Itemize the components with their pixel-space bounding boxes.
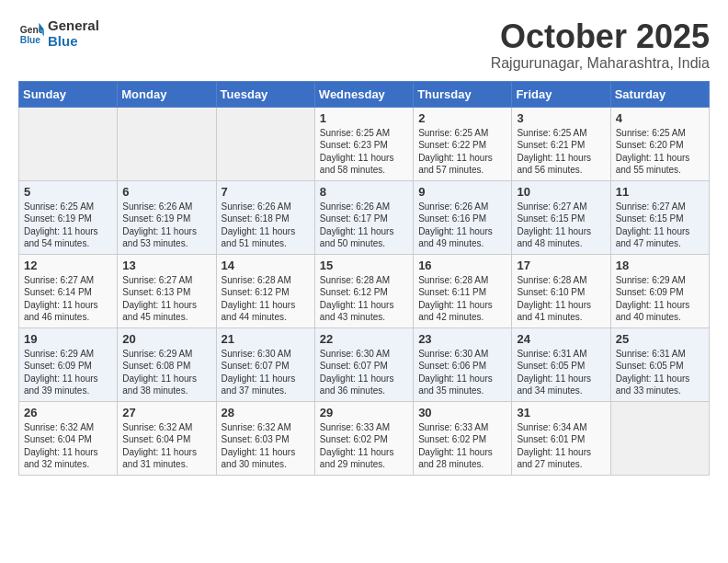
calendar-week-2: 5Sunrise: 6:25 AM Sunset: 6:19 PM Daylig… bbox=[19, 180, 710, 254]
calendar-cell: 19Sunrise: 6:29 AM Sunset: 6:09 PM Dayli… bbox=[19, 327, 118, 401]
cell-content: Sunrise: 6:32 AM Sunset: 6:04 PM Dayligh… bbox=[122, 421, 210, 471]
calendar-cell: 13Sunrise: 6:27 AM Sunset: 6:13 PM Dayli… bbox=[118, 254, 216, 327]
logo: General Blue General Blue bbox=[18, 18, 99, 49]
day-number: 1 bbox=[320, 111, 408, 125]
day-number: 26 bbox=[24, 406, 112, 419]
calendar-week-1: 1Sunrise: 6:25 AM Sunset: 6:23 PM Daylig… bbox=[19, 107, 710, 180]
day-number: 19 bbox=[24, 332, 112, 346]
day-number: 12 bbox=[24, 259, 112, 272]
calendar-cell: 25Sunrise: 6:31 AM Sunset: 6:05 PM Dayli… bbox=[610, 327, 709, 401]
cell-content: Sunrise: 6:26 AM Sunset: 6:16 PM Dayligh… bbox=[418, 201, 506, 250]
day-number: 3 bbox=[517, 111, 605, 125]
cell-content: Sunrise: 6:25 AM Sunset: 6:22 PM Dayligh… bbox=[418, 127, 506, 177]
calendar-cell: 5Sunrise: 6:25 AM Sunset: 6:19 PM Daylig… bbox=[19, 180, 118, 254]
day-number: 27 bbox=[122, 406, 210, 419]
calendar-cell: 14Sunrise: 6:28 AM Sunset: 6:12 PM Dayli… bbox=[216, 254, 314, 327]
calendar-cell: 3Sunrise: 6:25 AM Sunset: 6:21 PM Daylig… bbox=[512, 107, 610, 180]
day-number: 4 bbox=[616, 111, 704, 125]
day-number: 31 bbox=[517, 406, 605, 419]
title-section: October 2025 Rajgurunagar, Maharashtra, … bbox=[491, 18, 710, 72]
day-number: 10 bbox=[517, 185, 605, 199]
cell-content: Sunrise: 6:25 AM Sunset: 6:20 PM Dayligh… bbox=[616, 127, 704, 177]
month-title: October 2025 bbox=[491, 18, 710, 55]
day-number: 11 bbox=[616, 185, 704, 199]
weekday-header-thursday: Thursday bbox=[414, 81, 512, 107]
calendar-cell bbox=[610, 401, 709, 475]
cell-content: Sunrise: 6:28 AM Sunset: 6:10 PM Dayligh… bbox=[517, 274, 605, 324]
calendar-cell: 4Sunrise: 6:25 AM Sunset: 6:20 PM Daylig… bbox=[610, 107, 709, 180]
day-number: 13 bbox=[122, 259, 210, 272]
calendar-cell: 30Sunrise: 6:33 AM Sunset: 6:02 PM Dayli… bbox=[414, 401, 512, 475]
calendar-cell: 8Sunrise: 6:26 AM Sunset: 6:17 PM Daylig… bbox=[314, 180, 413, 254]
cell-content: Sunrise: 6:31 AM Sunset: 6:05 PM Dayligh… bbox=[616, 348, 704, 397]
calendar-cell: 21Sunrise: 6:30 AM Sunset: 6:07 PM Dayli… bbox=[216, 327, 314, 401]
weekday-header-wednesday: Wednesday bbox=[314, 81, 413, 107]
day-number: 29 bbox=[320, 406, 408, 419]
calendar-cell: 6Sunrise: 6:26 AM Sunset: 6:19 PM Daylig… bbox=[118, 180, 216, 254]
location: Rajgurunagar, Maharashtra, India bbox=[491, 55, 710, 72]
logo-blue-text: Blue bbox=[48, 34, 99, 50]
calendar-cell: 27Sunrise: 6:32 AM Sunset: 6:04 PM Dayli… bbox=[118, 401, 216, 475]
calendar-cell: 29Sunrise: 6:33 AM Sunset: 6:02 PM Dayli… bbox=[314, 401, 413, 475]
cell-content: Sunrise: 6:33 AM Sunset: 6:02 PM Dayligh… bbox=[320, 421, 408, 471]
weekday-header-friday: Friday bbox=[512, 81, 610, 107]
calendar-cell bbox=[19, 107, 118, 180]
calendar-cell: 26Sunrise: 6:32 AM Sunset: 6:04 PM Dayli… bbox=[19, 401, 118, 475]
calendar-cell bbox=[216, 107, 314, 180]
cell-content: Sunrise: 6:31 AM Sunset: 6:05 PM Dayligh… bbox=[517, 348, 605, 397]
day-number: 5 bbox=[24, 185, 112, 199]
cell-content: Sunrise: 6:30 AM Sunset: 6:06 PM Dayligh… bbox=[418, 348, 506, 397]
cell-content: Sunrise: 6:25 AM Sunset: 6:23 PM Dayligh… bbox=[320, 127, 408, 177]
calendar-cell: 24Sunrise: 6:31 AM Sunset: 6:05 PM Dayli… bbox=[512, 327, 610, 401]
cell-content: Sunrise: 6:33 AM Sunset: 6:02 PM Dayligh… bbox=[418, 421, 506, 471]
logo-general-text: General bbox=[48, 18, 99, 34]
day-number: 20 bbox=[122, 332, 210, 346]
day-number: 30 bbox=[418, 406, 506, 419]
cell-content: Sunrise: 6:27 AM Sunset: 6:15 PM Dayligh… bbox=[517, 201, 605, 250]
day-number: 6 bbox=[122, 185, 210, 199]
cell-content: Sunrise: 6:27 AM Sunset: 6:15 PM Dayligh… bbox=[616, 201, 704, 250]
day-number: 2 bbox=[418, 111, 506, 125]
calendar-cell: 9Sunrise: 6:26 AM Sunset: 6:16 PM Daylig… bbox=[414, 180, 512, 254]
cell-content: Sunrise: 6:25 AM Sunset: 6:21 PM Dayligh… bbox=[517, 127, 605, 177]
calendar-cell: 11Sunrise: 6:27 AM Sunset: 6:15 PM Dayli… bbox=[610, 180, 709, 254]
day-number: 24 bbox=[517, 332, 605, 346]
calendar-cell: 7Sunrise: 6:26 AM Sunset: 6:18 PM Daylig… bbox=[216, 180, 314, 254]
calendar-table: SundayMondayTuesdayWednesdayThursdayFrid… bbox=[18, 81, 710, 476]
day-number: 17 bbox=[517, 259, 605, 272]
day-number: 18 bbox=[616, 259, 704, 272]
cell-content: Sunrise: 6:29 AM Sunset: 6:09 PM Dayligh… bbox=[24, 348, 112, 397]
calendar-cell bbox=[118, 107, 216, 180]
day-number: 22 bbox=[320, 332, 408, 346]
cell-content: Sunrise: 6:29 AM Sunset: 6:09 PM Dayligh… bbox=[616, 274, 704, 324]
cell-content: Sunrise: 6:30 AM Sunset: 6:07 PM Dayligh… bbox=[320, 348, 408, 397]
cell-content: Sunrise: 6:28 AM Sunset: 6:11 PM Dayligh… bbox=[418, 274, 506, 324]
calendar-cell: 23Sunrise: 6:30 AM Sunset: 6:06 PM Dayli… bbox=[414, 327, 512, 401]
calendar-cell: 22Sunrise: 6:30 AM Sunset: 6:07 PM Dayli… bbox=[314, 327, 413, 401]
weekday-header-saturday: Saturday bbox=[610, 81, 709, 107]
cell-content: Sunrise: 6:26 AM Sunset: 6:17 PM Dayligh… bbox=[320, 201, 408, 250]
calendar-cell: 17Sunrise: 6:28 AM Sunset: 6:10 PM Dayli… bbox=[512, 254, 610, 327]
day-number: 16 bbox=[418, 259, 506, 272]
day-number: 14 bbox=[222, 259, 310, 272]
calendar-cell: 2Sunrise: 6:25 AM Sunset: 6:22 PM Daylig… bbox=[414, 107, 512, 180]
cell-content: Sunrise: 6:32 AM Sunset: 6:03 PM Dayligh… bbox=[222, 421, 310, 471]
calendar-cell: 1Sunrise: 6:25 AM Sunset: 6:23 PM Daylig… bbox=[314, 107, 413, 180]
calendar-week-3: 12Sunrise: 6:27 AM Sunset: 6:14 PM Dayli… bbox=[19, 254, 710, 327]
day-number: 21 bbox=[222, 332, 310, 346]
cell-content: Sunrise: 6:27 AM Sunset: 6:13 PM Dayligh… bbox=[122, 274, 210, 324]
calendar-cell: 16Sunrise: 6:28 AM Sunset: 6:11 PM Dayli… bbox=[414, 254, 512, 327]
calendar-cell: 18Sunrise: 6:29 AM Sunset: 6:09 PM Dayli… bbox=[610, 254, 709, 327]
weekday-header-tuesday: Tuesday bbox=[216, 81, 314, 107]
cell-content: Sunrise: 6:32 AM Sunset: 6:04 PM Dayligh… bbox=[24, 421, 112, 471]
day-number: 9 bbox=[418, 185, 506, 199]
calendar-cell: 20Sunrise: 6:29 AM Sunset: 6:08 PM Dayli… bbox=[118, 327, 216, 401]
cell-content: Sunrise: 6:26 AM Sunset: 6:19 PM Dayligh… bbox=[122, 201, 210, 250]
cell-content: Sunrise: 6:34 AM Sunset: 6:01 PM Dayligh… bbox=[517, 421, 605, 471]
calendar-week-4: 19Sunrise: 6:29 AM Sunset: 6:09 PM Dayli… bbox=[19, 327, 710, 401]
cell-content: Sunrise: 6:26 AM Sunset: 6:18 PM Dayligh… bbox=[222, 201, 310, 250]
calendar-cell: 15Sunrise: 6:28 AM Sunset: 6:12 PM Dayli… bbox=[314, 254, 413, 327]
weekday-header-monday: Monday bbox=[118, 81, 216, 107]
weekday-header-sunday: Sunday bbox=[19, 81, 118, 107]
logo-icon: General Blue bbox=[18, 21, 44, 47]
